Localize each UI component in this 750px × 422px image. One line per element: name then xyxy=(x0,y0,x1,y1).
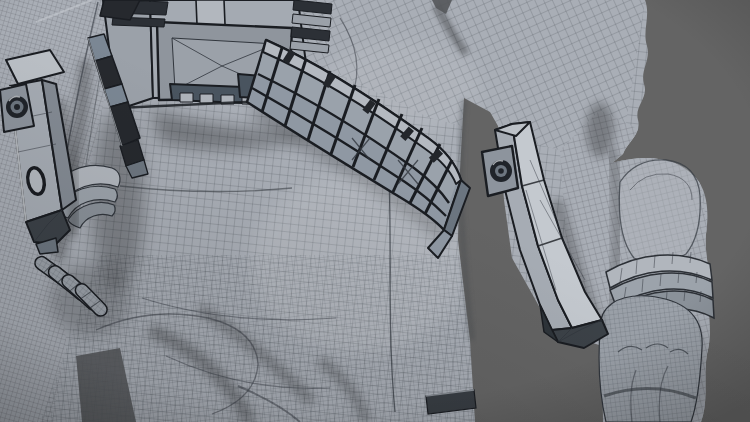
corner-shade-overlay xyxy=(0,0,750,422)
viewport-3d[interactable] xyxy=(0,0,750,422)
character-model xyxy=(0,0,750,422)
